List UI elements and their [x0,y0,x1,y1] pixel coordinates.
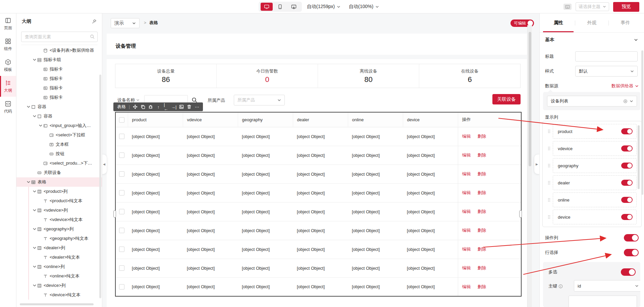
tree-node[interactable]: 文本框 [16,140,102,149]
action-col-toggle[interactable] [624,234,639,242]
collapse-inspector-tab[interactable]: ▶ [534,155,539,174]
row-checkbox[interactable] [119,247,124,252]
delete-link[interactable]: 删除 [478,209,486,214]
to-left-icon[interactable]: |← [164,104,168,109]
edit-link[interactable]: 编辑 [462,171,471,176]
tree-node[interactable]: <dealer>列 [16,243,102,253]
style-select[interactable]: 默认 [575,66,638,77]
target-icon[interactable] [623,99,628,103]
drag-handle-icon[interactable] [545,181,553,185]
display-column-toggle-online[interactable] [621,197,633,203]
info-icon[interactable] [558,284,563,289]
display-column-toggle-product[interactable] [621,128,633,134]
edit-link[interactable]: 编辑 [462,247,471,252]
section-basic[interactable]: 基本 [540,32,644,47]
outline-vertical-scrollbar[interactable] [99,75,101,298]
keyboard-shortcuts-icon[interactable] [564,4,572,10]
display-columns-scrollbar[interactable] [638,125,640,189]
edit-link[interactable]: 编辑 [462,265,471,270]
drag-handle-icon[interactable] [545,146,553,150]
chevron-down-icon[interactable] [33,265,37,269]
multi-select-toggle[interactable] [621,268,636,276]
preview-button[interactable]: 预览 [613,2,639,12]
row-checkbox[interactable] [119,152,124,158]
drag-handle-icon[interactable] [545,164,553,168]
drag-handle-icon[interactable] [545,129,553,133]
tree-node[interactable]: <geography>纯文本 [16,234,102,243]
rail-item-components[interactable]: 组件 [0,34,16,55]
tree-node[interactable]: <device>列 [16,281,102,290]
rail-item-outline[interactable]: 大纲 [0,76,16,97]
tree-node[interactable]: <vdevice>纯文本 [16,215,102,224]
chevron-down-icon[interactable] [33,114,37,118]
tree-node[interactable]: <select>下拉框 [16,130,102,140]
tree-node[interactable]: 指标卡组 [16,55,102,64]
to-right-icon[interactable]: →| [171,104,176,109]
tree-node[interactable]: 指标卡 [16,93,102,102]
tree-node[interactable]: <geography>列 [16,224,102,234]
move-icon[interactable] [133,104,138,109]
display-column-toggle-geography[interactable] [621,163,633,169]
row-checkbox[interactable] [119,209,124,214]
tree-node[interactable]: <select_produ...>下… [16,159,102,168]
table-resize-handle-right[interactable] [519,210,522,218]
theme-select[interactable]: 请选择主题 [576,2,609,11]
edit-link[interactable]: 编辑 [462,190,471,195]
device-mode-desktop[interactable] [261,3,273,11]
tree-node[interactable]: 关联设备 [16,168,102,177]
chevron-down-icon[interactable] [39,124,43,128]
drag-handle-icon[interactable] [545,215,553,219]
tree-node[interactable]: 指标卡 [16,64,102,74]
device-mode-tablet[interactable] [274,3,286,11]
delete-link[interactable]: 删除 [478,152,486,158]
tree-node[interactable]: 指标卡 [16,74,102,83]
delete-link[interactable]: 删除 [478,171,486,176]
inspector-scrollbar[interactable] [641,50,643,195]
tree-node[interactable]: <online>列 [16,262,102,271]
tab-events[interactable]: 事件 [609,13,642,32]
display-column-toggle-device[interactable] [621,214,633,220]
row-checkbox[interactable] [119,190,124,195]
canvas-width-select[interactable]: 自动(1259px) [307,0,340,13]
select-all-checkbox[interactable] [119,117,124,123]
trash-icon[interactable] [187,104,192,109]
chevron-down-icon[interactable] [33,208,37,212]
row-checkbox[interactable] [119,265,124,271]
display-column-toggle-dealer[interactable] [621,180,633,186]
canvas-zoom-select[interactable]: 自动(100%) [349,0,379,13]
partial-field-input[interactable] [569,296,637,307]
tab-appearance[interactable]: 外观 [575,13,608,32]
title-input[interactable] [575,51,638,61]
display-column-toggle-vdevice[interactable] [621,145,633,151]
image-icon[interactable] [179,104,184,109]
collapse-outline-tab[interactable]: ◀ [102,155,107,174]
breadcrumb[interactable]: 表格 [149,20,158,26]
chevron-down-icon[interactable] [33,246,37,250]
pin-icon[interactable] [92,19,97,24]
table-resize-handle-left[interactable] [113,210,116,218]
tree-node[interactable]: 指标卡 [16,83,102,93]
row-checkbox[interactable] [119,284,124,290]
outline-horizontal-scrollbar[interactable] [20,303,94,305]
tree-node[interactable]: 按钮 [16,149,102,159]
row-checkbox[interactable] [119,134,124,139]
bug-icon[interactable] [148,104,153,109]
edit-link[interactable]: 编辑 [462,134,471,139]
tree-node[interactable]: 容器 [16,112,102,121]
chevron-down-icon[interactable] [33,283,37,288]
search-icon[interactable] [192,97,197,103]
edit-link[interactable]: 编辑 [462,152,471,158]
tree-node[interactable]: <product>纯文本 [16,196,102,206]
product-select[interactable]: 所属产品 [234,95,285,105]
delete-link[interactable]: 删除 [478,228,486,233]
tree-node[interactable]: <dealer>纯文本 [16,253,102,262]
bind-device-button[interactable]: 关联设备 [492,94,521,104]
tree-node[interactable]: <设备列表>数据供给器 [16,46,102,55]
edit-link[interactable]: 编辑 [462,284,471,289]
row-checkbox[interactable] [119,228,124,233]
chevron-down-icon[interactable] [26,180,31,184]
rail-item-page[interactable]: 页面 [0,13,16,34]
chevron-down-icon[interactable] [26,105,31,109]
tree-node[interactable]: <device>纯文本 [16,290,102,300]
delete-link[interactable]: 删除 [478,265,486,270]
